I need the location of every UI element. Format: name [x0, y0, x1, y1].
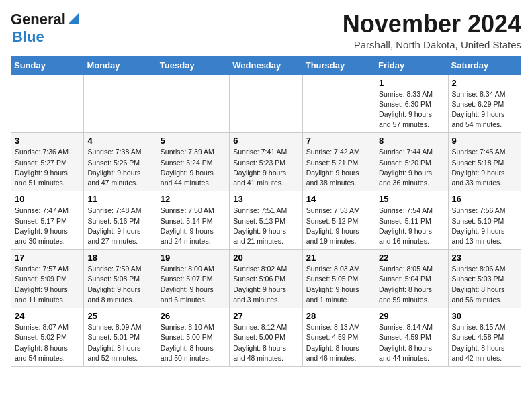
day-number: 18	[87, 253, 152, 263]
day-info: Sunrise: 7:54 AMSunset: 5:11 PMDaylight:…	[379, 205, 444, 246]
day-info: Sunrise: 7:42 AMSunset: 5:21 PMDaylight:…	[306, 147, 371, 188]
day-info: Sunrise: 7:48 AMSunset: 5:16 PMDaylight:…	[87, 205, 152, 246]
day-info: Sunrise: 7:39 AMSunset: 5:24 PMDaylight:…	[161, 147, 226, 188]
day-number: 3	[15, 136, 80, 146]
calendar-cell: 2Sunrise: 8:34 AMSunset: 6:29 PMDaylight…	[448, 75, 521, 133]
day-number: 16	[452, 194, 517, 204]
calendar-cell: 10Sunrise: 7:47 AMSunset: 5:17 PMDayligh…	[11, 191, 84, 250]
day-number: 5	[161, 136, 226, 146]
calendar-cell: 26Sunrise: 8:10 AMSunset: 5:00 PMDayligh…	[157, 308, 229, 367]
day-info: Sunrise: 8:07 AMSunset: 5:02 PMDaylight:…	[15, 322, 80, 363]
day-info: Sunrise: 7:57 AMSunset: 5:09 PMDaylight:…	[15, 264, 80, 305]
day-info: Sunrise: 8:00 AMSunset: 5:07 PMDaylight:…	[161, 264, 226, 305]
day-info: Sunrise: 7:56 AMSunset: 5:10 PMDaylight:…	[452, 205, 517, 246]
logo-arrow-icon	[67, 11, 81, 25]
day-info: Sunrise: 8:15 AMSunset: 4:58 PMDaylight:…	[452, 322, 517, 363]
calendar-cell: 18Sunrise: 7:59 AMSunset: 5:08 PMDayligh…	[84, 250, 157, 308]
day-info: Sunrise: 8:10 AMSunset: 5:00 PMDaylight:…	[161, 322, 226, 363]
calendar-week-row: 3Sunrise: 7:36 AMSunset: 5:27 PMDaylight…	[11, 133, 521, 191]
calendar-cell: 13Sunrise: 7:51 AMSunset: 5:13 PMDayligh…	[230, 191, 302, 250]
calendar-header-row: SundayMondayTuesdayWednesdayThursdayFrid…	[11, 56, 521, 75]
day-info: Sunrise: 8:14 AMSunset: 4:59 PMDaylight:…	[379, 322, 444, 363]
day-number: 20	[233, 253, 298, 263]
calendar-cell: 14Sunrise: 7:53 AMSunset: 5:12 PMDayligh…	[302, 191, 375, 250]
calendar-cell: 16Sunrise: 7:56 AMSunset: 5:10 PMDayligh…	[448, 191, 521, 250]
day-info: Sunrise: 7:38 AMSunset: 5:26 PMDaylight:…	[87, 147, 152, 188]
calendar-cell: 12Sunrise: 7:50 AMSunset: 5:14 PMDayligh…	[157, 191, 229, 250]
day-number: 13	[233, 194, 298, 204]
day-number: 27	[233, 311, 298, 321]
month-title: November 2024	[343, 11, 521, 38]
calendar-cell	[302, 75, 375, 133]
day-number: 24	[15, 311, 80, 321]
calendar-cell: 23Sunrise: 8:06 AMSunset: 5:03 PMDayligh…	[448, 250, 521, 308]
day-number: 7	[306, 136, 371, 146]
day-number: 12	[161, 194, 226, 204]
day-number: 30	[452, 311, 517, 321]
weekday-header-saturday: Saturday	[448, 56, 521, 75]
calendar-cell: 8Sunrise: 7:44 AMSunset: 5:20 PMDaylight…	[375, 133, 448, 191]
calendar-cell: 15Sunrise: 7:54 AMSunset: 5:11 PMDayligh…	[375, 191, 448, 250]
day-info: Sunrise: 7:47 AMSunset: 5:17 PMDaylight:…	[15, 205, 80, 246]
day-number: 6	[233, 136, 298, 146]
calendar-cell: 25Sunrise: 8:09 AMSunset: 5:01 PMDayligh…	[84, 308, 157, 367]
weekday-header-thursday: Thursday	[302, 56, 375, 75]
calendar-cell: 30Sunrise: 8:15 AMSunset: 4:58 PMDayligh…	[448, 308, 521, 367]
day-info: Sunrise: 7:59 AMSunset: 5:08 PMDaylight:…	[87, 264, 152, 305]
weekday-header-tuesday: Tuesday	[157, 56, 229, 75]
title-area: November 2024 Parshall, North Dakota, Un…	[343, 11, 521, 50]
calendar-cell: 1Sunrise: 8:33 AMSunset: 6:30 PMDaylight…	[375, 75, 448, 133]
calendar-cell: 19Sunrise: 8:00 AMSunset: 5:07 PMDayligh…	[157, 250, 229, 308]
calendar-cell: 29Sunrise: 8:14 AMSunset: 4:59 PMDayligh…	[375, 308, 448, 367]
page-header: General Blue November 2024 Parshall, Nor…	[11, 11, 521, 50]
calendar-cell: 6Sunrise: 7:41 AMSunset: 5:23 PMDaylight…	[230, 133, 302, 191]
calendar-week-row: 24Sunrise: 8:07 AMSunset: 5:02 PMDayligh…	[11, 308, 521, 367]
calendar-cell	[157, 75, 229, 133]
weekday-header-friday: Friday	[375, 56, 448, 75]
calendar-cell: 28Sunrise: 8:13 AMSunset: 4:59 PMDayligh…	[302, 308, 375, 367]
svg-marker-0	[69, 13, 79, 24]
logo-text-blue: Blue	[12, 28, 44, 45]
day-number: 26	[161, 311, 226, 321]
day-info: Sunrise: 8:33 AMSunset: 6:30 PMDaylight:…	[379, 89, 444, 130]
calendar-cell: 21Sunrise: 8:03 AMSunset: 5:05 PMDayligh…	[302, 250, 375, 308]
day-number: 10	[15, 194, 80, 204]
day-number: 22	[379, 253, 444, 263]
day-number: 2	[452, 78, 517, 88]
day-number: 15	[379, 194, 444, 204]
day-number: 4	[87, 136, 152, 146]
calendar-cell: 7Sunrise: 7:42 AMSunset: 5:21 PMDaylight…	[302, 133, 375, 191]
day-info: Sunrise: 7:44 AMSunset: 5:20 PMDaylight:…	[379, 147, 444, 188]
calendar-week-row: 17Sunrise: 7:57 AMSunset: 5:09 PMDayligh…	[11, 250, 521, 308]
day-info: Sunrise: 8:13 AMSunset: 4:59 PMDaylight:…	[306, 322, 371, 363]
day-number: 29	[379, 311, 444, 321]
day-number: 14	[306, 194, 371, 204]
calendar-cell: 9Sunrise: 7:45 AMSunset: 5:18 PMDaylight…	[448, 133, 521, 191]
calendar-cell	[84, 75, 157, 133]
calendar-cell	[230, 75, 302, 133]
day-info: Sunrise: 8:03 AMSunset: 5:05 PMDaylight:…	[306, 264, 371, 305]
calendar-week-row: 10Sunrise: 7:47 AMSunset: 5:17 PMDayligh…	[11, 191, 521, 250]
calendar-cell: 4Sunrise: 7:38 AMSunset: 5:26 PMDaylight…	[84, 133, 157, 191]
calendar-week-row: 1Sunrise: 8:33 AMSunset: 6:30 PMDaylight…	[11, 75, 521, 133]
weekday-header-monday: Monday	[84, 56, 157, 75]
day-number: 23	[452, 253, 517, 263]
day-number: 11	[87, 194, 152, 204]
day-number: 19	[161, 253, 226, 263]
day-info: Sunrise: 8:06 AMSunset: 5:03 PMDaylight:…	[452, 264, 517, 305]
calendar-cell: 20Sunrise: 8:02 AMSunset: 5:06 PMDayligh…	[230, 250, 302, 308]
day-number: 28	[306, 311, 371, 321]
calendar-cell: 24Sunrise: 8:07 AMSunset: 5:02 PMDayligh…	[11, 308, 84, 367]
day-number: 1	[379, 78, 444, 88]
day-info: Sunrise: 7:53 AMSunset: 5:12 PMDaylight:…	[306, 205, 371, 246]
day-info: Sunrise: 8:02 AMSunset: 5:06 PMDaylight:…	[233, 264, 298, 305]
calendar-cell: 5Sunrise: 7:39 AMSunset: 5:24 PMDaylight…	[157, 133, 229, 191]
day-info: Sunrise: 8:05 AMSunset: 5:04 PMDaylight:…	[379, 264, 444, 305]
day-info: Sunrise: 7:41 AMSunset: 5:23 PMDaylight:…	[233, 147, 298, 188]
day-info: Sunrise: 8:12 AMSunset: 5:00 PMDaylight:…	[233, 322, 298, 363]
logo-text-general: General	[11, 11, 66, 28]
calendar-cell: 27Sunrise: 8:12 AMSunset: 5:00 PMDayligh…	[230, 308, 302, 367]
weekday-header-wednesday: Wednesday	[230, 56, 302, 75]
day-info: Sunrise: 7:50 AMSunset: 5:14 PMDaylight:…	[161, 205, 226, 246]
day-number: 21	[306, 253, 371, 263]
